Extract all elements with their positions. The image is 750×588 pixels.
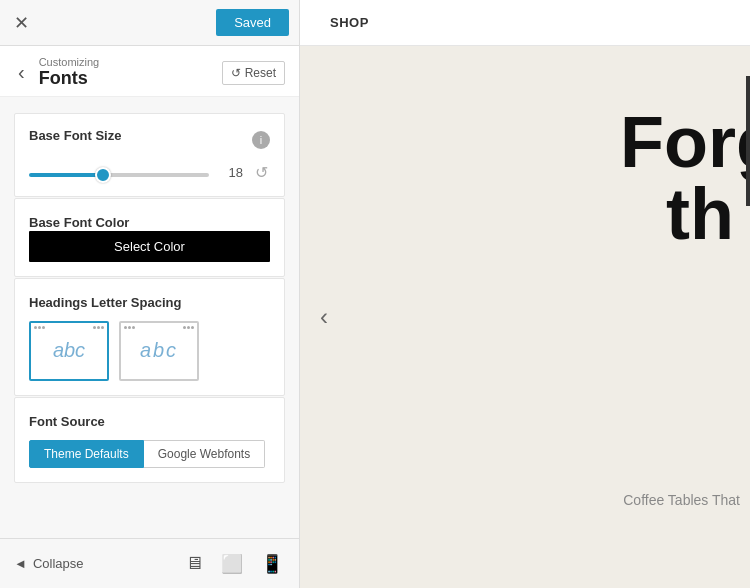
font-size-reset-button[interactable]: ↺ bbox=[253, 163, 270, 182]
sub-text: Coffee Tables That bbox=[623, 492, 740, 508]
preview-nav: SHOP bbox=[300, 0, 750, 46]
customizing-bar: ‹ Customizing Fonts ↺ Reset bbox=[0, 46, 299, 97]
customizing-title: Fonts bbox=[39, 68, 100, 90]
customizing-info: Customizing Fonts bbox=[39, 56, 100, 90]
font-size-header: Base Font Size i bbox=[29, 128, 270, 153]
headings-letter-spacing-section: Headings Letter Spacing abc bbox=[14, 278, 285, 396]
back-button[interactable]: ‹ bbox=[14, 59, 29, 86]
letter-spacing-option-2[interactable]: abc bbox=[119, 321, 199, 381]
slider-value: 18 bbox=[219, 165, 243, 180]
google-webfonts-button[interactable]: Google Webfonts bbox=[144, 440, 266, 468]
vertical-bar bbox=[746, 76, 750, 206]
collapse-icon: ◄ bbox=[14, 556, 27, 571]
spacing-option-1-text: abc bbox=[53, 339, 85, 362]
theme-defaults-button[interactable]: Theme Defaults bbox=[29, 440, 144, 468]
panel-content: Base Font Size i 18 ↺ Base Font Color Se… bbox=[0, 97, 299, 538]
preview-content: Forg th ‹ Coffee Tables That bbox=[300, 46, 750, 588]
left-panel: ✕ Saved ‹ Customizing Fonts ↺ Reset Base… bbox=[0, 0, 300, 588]
shop-nav-item[interactable]: SHOP bbox=[320, 15, 379, 30]
headings-letter-spacing-title: Headings Letter Spacing bbox=[29, 295, 181, 310]
font-size-slider[interactable] bbox=[29, 173, 209, 177]
right-panel: SHOP Forg th ‹ Coffee Tables That bbox=[300, 0, 750, 588]
customizing-label: Customizing bbox=[39, 56, 100, 68]
letter-spacing-options: abc abc bbox=[29, 321, 270, 381]
hero-text: Forg th bbox=[620, 106, 750, 250]
font-source-section: Font Source Theme Defaults Google Webfon… bbox=[14, 397, 285, 483]
reset-icon: ↺ bbox=[231, 66, 241, 80]
tablet-view-button[interactable]: ⬜ bbox=[219, 551, 245, 577]
reset-button[interactable]: ↺ Reset bbox=[222, 61, 285, 85]
base-font-color-title: Base Font Color bbox=[29, 215, 129, 230]
device-icons: 🖥 ⬜ 📱 bbox=[183, 551, 285, 577]
prev-arrow-button[interactable]: ‹ bbox=[320, 303, 328, 331]
letter-spacing-option-1[interactable]: abc bbox=[29, 321, 109, 381]
corner-dots-left bbox=[34, 326, 45, 329]
slider-row: 18 ↺ bbox=[29, 163, 270, 182]
hero-line2: th bbox=[620, 178, 750, 250]
info-icon[interactable]: i bbox=[252, 131, 270, 149]
bottom-bar: ◄ Collapse 🖥 ⬜ 📱 bbox=[0, 538, 299, 588]
corner-dots-right-2 bbox=[183, 326, 194, 329]
corner-dots-left-2 bbox=[124, 326, 135, 329]
base-font-size-title: Base Font Size bbox=[29, 128, 121, 143]
customizing-left: ‹ Customizing Fonts bbox=[14, 56, 99, 90]
close-button[interactable]: ✕ bbox=[10, 8, 33, 38]
corner-dots-right bbox=[93, 326, 104, 329]
font-source-title: Font Source bbox=[29, 414, 105, 429]
collapse-button[interactable]: ◄ Collapse bbox=[14, 556, 83, 571]
spacing-option-2-text: abc bbox=[140, 339, 178, 362]
base-font-color-section: Base Font Color Select Color bbox=[14, 198, 285, 277]
slider-container bbox=[29, 163, 209, 181]
desktop-view-button[interactable]: 🖥 bbox=[183, 551, 205, 577]
hero-line1: Forg bbox=[620, 106, 750, 178]
source-buttons: Theme Defaults Google Webfonts bbox=[29, 440, 270, 468]
select-color-button[interactable]: Select Color bbox=[29, 231, 270, 262]
base-font-size-section: Base Font Size i 18 ↺ bbox=[14, 113, 285, 197]
top-bar: ✕ Saved bbox=[0, 0, 299, 46]
mobile-view-button[interactable]: 📱 bbox=[259, 551, 285, 577]
saved-button[interactable]: Saved bbox=[216, 9, 289, 36]
